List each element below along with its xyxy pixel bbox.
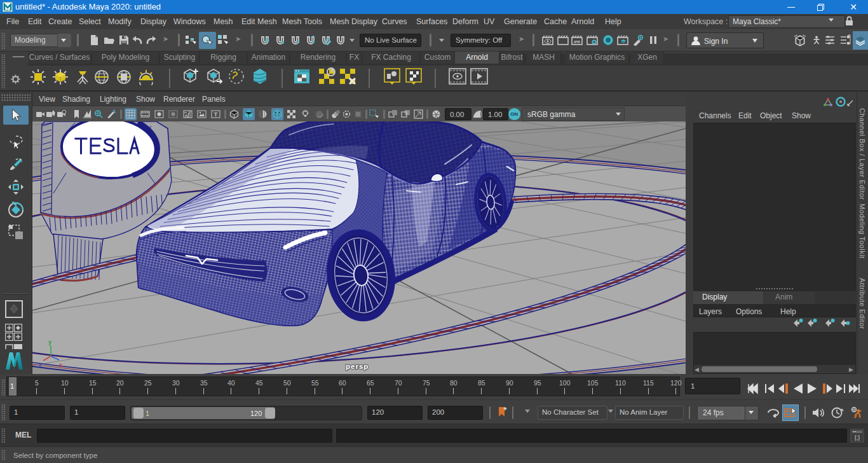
svg-text:{;}: {;} <box>855 434 860 441</box>
svg-text:x: x <box>59 362 62 368</box>
svg-text:IPR: IPR <box>574 40 581 44</box>
svg-text:persp: persp <box>346 363 369 370</box>
svg-text:y: y <box>48 339 51 345</box>
svg-text:T: T <box>214 111 218 118</box>
svg-text:z: z <box>39 362 42 368</box>
svg-text:MAYA: MAYA <box>4 9 11 12</box>
